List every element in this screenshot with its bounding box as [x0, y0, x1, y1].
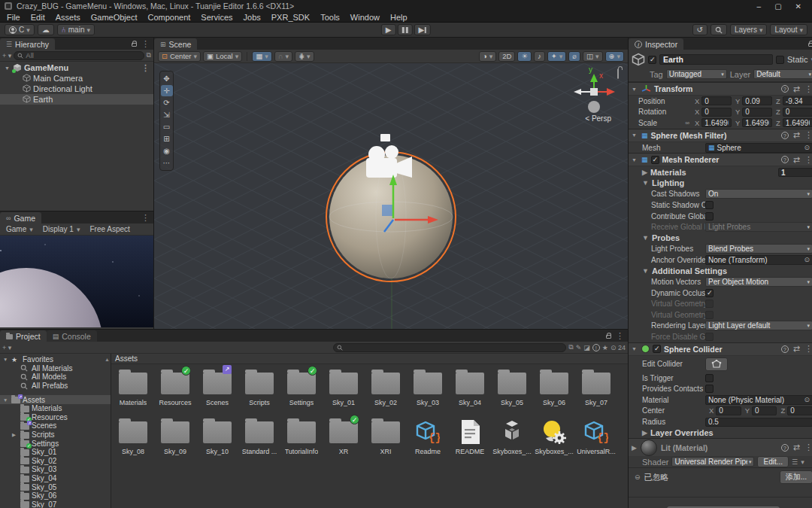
asset-item[interactable]: {} Standard ... — [238, 415, 280, 464]
search-by-bundle-icon[interactable]: ◪ — [583, 344, 590, 351]
center-z-field[interactable] — [787, 406, 812, 415]
project-sidebar-item[interactable]: ★ All Models — [0, 373, 111, 382]
foldout-icon[interactable]: ▼ — [632, 346, 638, 351]
snap-increment-dropdown[interactable]: ⋕▾ — [295, 51, 314, 62]
project-sidebar-item[interactable]: ★ Sky_03 — [0, 465, 111, 474]
asset-item[interactable]: {} UniversalR... — [575, 415, 617, 464]
foldout-icon[interactable]: ▼ — [632, 132, 638, 138]
asset-item[interactable]: {} Sky_05 — [491, 367, 533, 415]
kebab-menu-icon[interactable]: ⋮ — [141, 63, 153, 73]
uniform-scale-link-icon[interactable]: ∞ — [683, 120, 691, 126]
object-picker-icon[interactable]: ⊙ — [804, 256, 810, 263]
active-checkbox[interactable] — [648, 56, 656, 64]
is-trigger-checkbox[interactable] — [705, 374, 714, 382]
object-picker-icon[interactable]: ⊙ — [804, 144, 810, 151]
perspective-label[interactable]: < Persp — [585, 114, 611, 123]
asset-item[interactable]: {} Sky_07 — [575, 367, 617, 415]
materials-count-field[interactable]: 1 — [778, 168, 812, 177]
kebab-menu-icon[interactable]: ⋮ — [141, 213, 150, 223]
asset-item[interactable]: {} Skyboxes_... — [533, 415, 575, 464]
add-override-button[interactable]: 添加... — [780, 470, 812, 484]
account-button[interactable]: C▾ — [5, 24, 35, 35]
project-sidebar-item[interactable]: ★ Scenes — [0, 421, 111, 430]
asset-item[interactable]: {} README — [449, 415, 491, 464]
layer-overrides-foldout[interactable]: ▶ Layer Overrides — [629, 427, 812, 439]
tab-scene[interactable]: ⊞ Scene — [154, 38, 197, 50]
contribute-gi-checkbox[interactable] — [705, 212, 714, 221]
enabled-checkbox[interactable] — [653, 345, 661, 353]
static-shadow-checkbox[interactable] — [705, 201, 714, 209]
probes-foldout[interactable]: ▼ Probes — [629, 233, 812, 244]
physic-material-field[interactable]: None (Physic Material)⊙ — [705, 395, 812, 405]
hierarchy-search-input[interactable] — [26, 51, 140, 59]
x-field[interactable] — [701, 96, 732, 105]
hierarchy-item[interactable]: Main Camera — [0, 73, 153, 84]
scene-tool-button[interactable]: ✛ — [161, 85, 173, 96]
asset-item[interactable]: {} Resources — [154, 367, 196, 415]
enabled-checkbox[interactable] — [651, 156, 659, 164]
provides-contacts-checkbox[interactable] — [705, 385, 714, 393]
tab-project[interactable]: Project — [0, 330, 47, 342]
hierarchy-search[interactable] — [14, 51, 144, 60]
dynamic-occlusion-checkbox[interactable] — [705, 289, 714, 297]
menu-item[interactable]: GameObject — [86, 13, 143, 22]
snap-magnet-toggle[interactable]: ∩▾ — [274, 51, 292, 62]
game-viewport[interactable] — [0, 236, 153, 329]
preset-icon[interactable]: ⇄ — [793, 443, 800, 452]
play-button[interactable]: ▶ — [381, 24, 396, 35]
kebab-menu-icon[interactable]: ⋮ — [141, 39, 150, 49]
hidden-count[interactable]: ⊙ 24 — [611, 344, 626, 351]
menu-item[interactable]: Services — [195, 13, 238, 22]
object-picker-icon[interactable]: ⊙ — [804, 396, 810, 403]
material-header[interactable]: ▶ Lit (Material) ? ⇄ ⋮ — [629, 438, 812, 456]
alert-icon[interactable]: ! — [592, 344, 600, 351]
help-icon[interactable]: ? — [781, 85, 789, 93]
preset-icon[interactable]: ⇄ — [793, 130, 800, 140]
maximize-button[interactable]: ▢ — [774, 2, 781, 11]
create-dropdown[interactable]: + ▾ — [2, 344, 11, 351]
scroll-up-arrow[interactable]: ▲ — [105, 357, 110, 362]
y-field[interactable] — [742, 118, 772, 127]
scene-tool-button[interactable]: ◉ — [161, 145, 173, 157]
project-sidebar-item[interactable]: ★ Sky_01 — [0, 448, 111, 457]
branch-button[interactable]: ⑃ main▾ — [57, 24, 95, 35]
scene-tool-button[interactable]: ⋯ — [161, 157, 173, 169]
project-sidebar-item[interactable]: ★ All Materials — [0, 364, 111, 373]
effects-dropdown[interactable]: ✦▾ — [547, 51, 567, 62]
scene-tool-button[interactable]: ⊞ — [161, 133, 173, 144]
camera-settings-dropdown[interactable]: ◫▾ — [583, 51, 603, 62]
draw-mode-dropdown[interactable]: ◑▾ — [479, 51, 496, 62]
menu-item[interactable]: Edit — [26, 13, 50, 22]
tab-hierarchy[interactable]: ☰ Hierarchy — [0, 38, 55, 50]
edit-shader-button[interactable]: Edit... — [757, 456, 789, 467]
asset-item[interactable]: {} Sky_06 — [533, 367, 575, 415]
transform-header[interactable]: ▼ Transform ? ⇄ ⋮ — [629, 82, 812, 96]
z-field[interactable] — [783, 118, 812, 127]
preset-icon[interactable]: ⇄ — [793, 344, 800, 354]
kebab-menu-icon[interactable]: ⋮ — [804, 84, 812, 94]
z-field[interactable] — [783, 96, 812, 105]
hierarchy-item[interactable]: Earth — [0, 94, 153, 105]
cloud-button[interactable]: ☁ — [38, 24, 54, 35]
project-sidebar-item[interactable]: ★ Sky_02 — [0, 457, 111, 466]
x-field[interactable] — [701, 108, 732, 117]
asset-item[interactable]: {} TutorialInfo — [280, 415, 323, 464]
project-sidebar-item[interactable]: ★ Sky_06 — [0, 491, 111, 500]
asset-item[interactable]: {} Skyboxes_... — [491, 415, 533, 464]
radius-field[interactable] — [705, 418, 812, 427]
undo-history-button[interactable]: ↺ — [692, 24, 707, 35]
asset-item[interactable]: {} Sky_09 — [154, 415, 196, 464]
lock-icon[interactable] — [617, 69, 619, 78]
preset-icon[interactable]: ⇄ — [793, 155, 800, 165]
menu-item[interactable]: Help — [385, 13, 413, 22]
foldout-icon[interactable]: ▼ — [632, 157, 638, 163]
materials-foldout[interactable]: ▶ Materials 1 — [629, 166, 812, 178]
menu-item[interactable]: Component — [142, 13, 195, 22]
aspect-dropdown[interactable]: Free Aspect — [86, 225, 133, 233]
menu-item[interactable]: PXR_SDK — [266, 13, 315, 22]
asset-item[interactable]: {} XR — [323, 415, 365, 464]
scene-visibility-toggle[interactable]: ⌀ — [568, 51, 580, 62]
scene-tool-button[interactable]: ⟳ — [161, 97, 173, 108]
asset-item[interactable]: {} Sky_01 — [323, 367, 365, 415]
tag-dropdown[interactable]: Untagged▾ — [666, 69, 727, 79]
